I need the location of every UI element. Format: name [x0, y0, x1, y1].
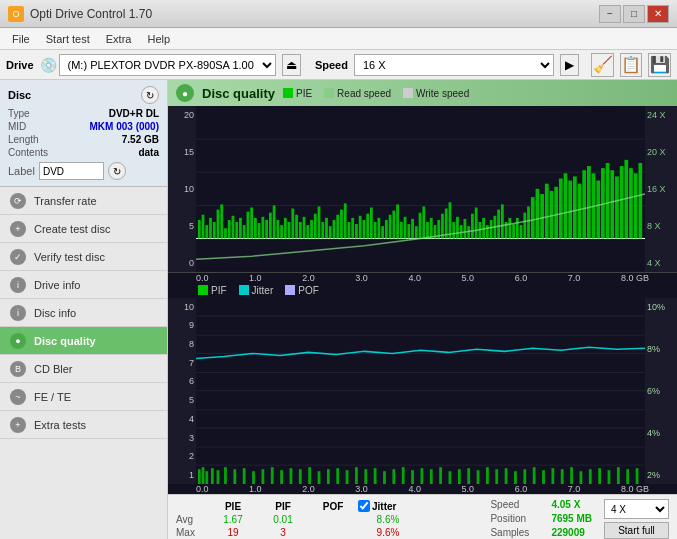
- svg-rect-29: [284, 218, 287, 239]
- window-title: Opti Drive Control 1.70: [30, 7, 152, 21]
- write-speed-legend-label: Write speed: [416, 88, 469, 99]
- save-button[interactable]: 💾: [648, 53, 671, 77]
- svg-rect-139: [271, 467, 274, 484]
- svg-rect-14: [228, 220, 231, 239]
- bottom-chart-yaxis-right: 10% 8% 6% 4% 2%: [645, 298, 677, 484]
- top-chart-area: [196, 106, 645, 272]
- svg-rect-137: [252, 471, 255, 484]
- cd-bler-label: CD Bler: [34, 363, 73, 375]
- svg-rect-175: [608, 470, 611, 484]
- menu-extra[interactable]: Extra: [98, 31, 140, 47]
- speed-select[interactable]: 16 X: [354, 54, 554, 76]
- svg-rect-42: [333, 220, 336, 239]
- svg-rect-146: [336, 468, 339, 484]
- svg-rect-68: [430, 218, 433, 239]
- create-test-disc-icon: +: [10, 221, 26, 237]
- sidebar-item-disc-quality[interactable]: ● Disc quality: [0, 327, 167, 355]
- svg-rect-136: [243, 468, 246, 484]
- maximize-button[interactable]: □: [623, 5, 645, 23]
- pie-header: PIE: [208, 501, 258, 512]
- mid-label: MID: [8, 121, 26, 132]
- sidebar-item-verify-test-disc[interactable]: ✓ Verify test disc: [0, 243, 167, 271]
- sidebar-item-create-test-disc[interactable]: + Create test disc: [0, 215, 167, 243]
- sidebar-item-drive-info[interactable]: i Drive info: [0, 271, 167, 299]
- svg-rect-107: [587, 166, 591, 238]
- svg-rect-74: [452, 222, 455, 239]
- svg-rect-169: [551, 468, 554, 484]
- verify-test-disc-label: Verify test disc: [34, 251, 105, 263]
- svg-rect-73: [449, 202, 452, 238]
- read-speed-legend-dot: [324, 88, 334, 98]
- sidebar-item-fe-te[interactable]: ~ FE / TE: [0, 383, 167, 411]
- cd-bler-icon: B: [10, 361, 26, 377]
- svg-rect-92: [520, 225, 523, 238]
- svg-rect-27: [276, 220, 279, 239]
- speed-label: Speed: [315, 59, 348, 71]
- erase-button[interactable]: 🧹: [591, 53, 614, 77]
- svg-rect-84: [490, 220, 493, 239]
- max-pie: 19: [208, 527, 258, 538]
- svg-rect-152: [392, 469, 395, 484]
- minimize-button[interactable]: −: [599, 5, 621, 23]
- app-icon: O: [8, 6, 24, 22]
- svg-rect-133: [217, 470, 220, 484]
- svg-rect-24: [265, 220, 268, 239]
- disc-quality-legend: PIE Read speed Write speed: [283, 88, 469, 99]
- svg-rect-58: [392, 211, 395, 239]
- svg-rect-79: [471, 214, 474, 239]
- svg-rect-18: [243, 225, 246, 238]
- start-full-button[interactable]: Start full: [604, 522, 669, 539]
- sidebar-item-disc-info[interactable]: i Disc info: [0, 299, 167, 327]
- svg-rect-129: [198, 469, 201, 484]
- svg-rect-49: [359, 216, 362, 239]
- svg-rect-15: [232, 216, 235, 239]
- svg-rect-98: [545, 184, 549, 239]
- drive-icon: 💿: [40, 57, 57, 73]
- avg-jitter: 8.6%: [358, 514, 418, 525]
- start-speed-select[interactable]: 4 X: [604, 499, 669, 519]
- sidebar-item-cd-bler[interactable]: B CD Bler: [0, 355, 167, 383]
- write-speed-legend-dot: [403, 88, 413, 98]
- svg-rect-104: [573, 176, 577, 238]
- close-button[interactable]: ✕: [647, 5, 669, 23]
- svg-rect-59: [396, 204, 399, 238]
- fe-te-label: FE / TE: [34, 391, 71, 403]
- top-chart-yaxis-right: 24 X 20 X 16 X 8 X 4 X: [645, 106, 677, 272]
- top-chart-xaxis: 0.0 1.0 2.0 3.0 4.0 5.0 6.0 7.0 8.0 GB: [168, 273, 677, 283]
- label-input[interactable]: [39, 162, 104, 180]
- svg-rect-95: [531, 197, 535, 238]
- svg-rect-172: [580, 471, 583, 484]
- svg-rect-23: [261, 217, 264, 239]
- right-controls: 4 X Start full Start part: [604, 499, 669, 539]
- svg-rect-173: [589, 469, 592, 484]
- svg-rect-39: [321, 222, 324, 239]
- window-controls: − □ ✕: [599, 5, 669, 23]
- drive-info-icon: i: [10, 277, 26, 293]
- sidebar-item-transfer-rate[interactable]: ⟳ Transfer rate: [0, 187, 167, 215]
- menu-start-test[interactable]: Start test: [38, 31, 98, 47]
- label-refresh-button[interactable]: ↻: [108, 162, 126, 180]
- svg-rect-117: [634, 173, 638, 238]
- avg-pie: 1.67: [208, 514, 258, 525]
- go-button[interactable]: ▶: [560, 54, 579, 76]
- drive-eject-button[interactable]: ⏏: [282, 54, 301, 76]
- svg-rect-60: [400, 222, 403, 239]
- jitter-checkbox[interactable]: [358, 500, 370, 512]
- svg-rect-8: [205, 225, 208, 238]
- avg-pif: 0.01: [258, 514, 308, 525]
- title-bar: O Opti Drive Control 1.70 − □ ✕: [0, 0, 677, 28]
- sidebar-item-extra-tests[interactable]: + Extra tests: [0, 411, 167, 439]
- pie-legend-label: PIE: [296, 88, 312, 99]
- svg-rect-147: [346, 470, 349, 484]
- disc-refresh-button[interactable]: ↻: [141, 86, 159, 104]
- drive-select[interactable]: (M:) PLEXTOR DVDR PX-890SA 1.00: [59, 54, 276, 76]
- transfer-rate-label: Transfer rate: [34, 195, 97, 207]
- menu-file[interactable]: File: [4, 31, 38, 47]
- svg-rect-75: [456, 217, 459, 239]
- svg-rect-168: [542, 470, 545, 484]
- svg-rect-31: [291, 209, 294, 239]
- copy-button[interactable]: 📋: [620, 53, 643, 77]
- menu-help[interactable]: Help: [139, 31, 178, 47]
- disc-info-label: Disc info: [34, 307, 76, 319]
- svg-rect-106: [582, 170, 586, 238]
